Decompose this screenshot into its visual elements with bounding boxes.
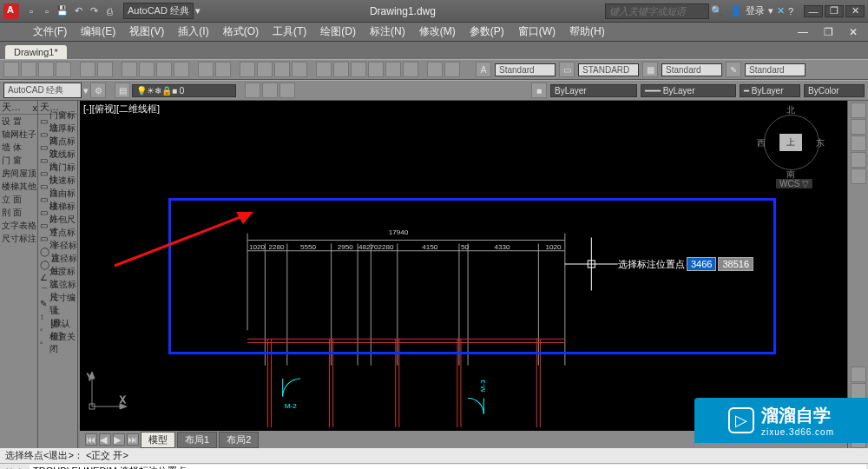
panel1-close-icon[interactable]: x: [33, 102, 38, 113]
tab-layout2[interactable]: 布局2: [219, 432, 259, 448]
layer-match-icon[interactable]: [279, 83, 295, 98]
tb-paste-icon[interactable]: [156, 62, 172, 77]
menu-file[interactable]: 文件(F): [26, 24, 74, 39]
tb-plot-icon[interactable]: [80, 62, 95, 77]
tb-saveas-icon[interactable]: [56, 62, 71, 77]
textstyle-combo[interactable]: Standard: [495, 63, 556, 76]
panel2-item[interactable]: ▫检查关闭: [38, 336, 77, 349]
navbar-showmotion-icon[interactable]: [851, 168, 866, 184]
qat-new-icon[interactable]: ▫: [24, 4, 38, 18]
panel1-item[interactable]: 文字表格: [0, 219, 37, 232]
dyninput-y[interactable]: 38516: [718, 257, 753, 271]
panel1-item[interactable]: 楼梯其他: [0, 180, 37, 193]
panel1-item[interactable]: 立 面: [0, 193, 37, 206]
app-logo[interactable]: [3, 3, 19, 19]
menu-edit[interactable]: 编辑(E): [74, 24, 122, 39]
panel1-item[interactable]: 墙 体: [0, 141, 37, 154]
navbar-extra2-icon[interactable]: [851, 383, 866, 399]
layer-combo[interactable]: 💡☀❄🔒■ 0: [132, 84, 236, 97]
drawing-canvas[interactable]: [-][俯视][二维线框]: [80, 101, 847, 431]
qat-print-icon[interactable]: ⎙: [102, 4, 116, 18]
workspace-selector[interactable]: AutoCAD 经典: [123, 3, 194, 19]
mlstyle-icon[interactable]: ✎: [726, 62, 741, 77]
mlstyle-combo[interactable]: Standard: [745, 63, 806, 76]
tb-zoom-icon[interactable]: [257, 62, 273, 77]
tablestyle-combo[interactable]: Standard: [661, 63, 722, 76]
navbar-zoom-icon[interactable]: [851, 135, 866, 151]
exchange-icon[interactable]: ✕: [777, 5, 785, 17]
ws-gear-icon[interactable]: ⚙: [90, 83, 106, 98]
help-icon[interactable]: ?: [788, 6, 793, 17]
tb-zoomprev-icon[interactable]: [292, 62, 307, 77]
tb-new-icon[interactable]: [3, 62, 19, 77]
command-close-icon[interactable]: ✕: [2, 466, 16, 470]
navbar-extra1-icon[interactable]: [851, 367, 866, 382]
tb-pan-icon[interactable]: [240, 62, 255, 77]
panel1-item[interactable]: 剖 面: [0, 206, 37, 219]
menu-format[interactable]: 格式(O): [216, 24, 266, 39]
menu-help[interactable]: 帮助(H): [562, 24, 612, 39]
tb-save-icon[interactable]: [38, 62, 54, 77]
tb-match-icon[interactable]: [174, 62, 189, 77]
qat-redo-icon[interactable]: ↷: [87, 4, 101, 18]
navbar-orbit-icon[interactable]: [851, 152, 866, 168]
tab-layout1[interactable]: 布局1: [177, 432, 217, 448]
help-search-input[interactable]: [605, 3, 709, 19]
maximize-button[interactable]: ❐: [825, 5, 844, 17]
minimize-button[interactable]: —: [804, 5, 823, 17]
tab-nav-prev-icon[interactable]: ◀: [99, 433, 111, 446]
textstyle-icon[interactable]: A: [476, 62, 491, 77]
tb-ssmgr-icon[interactable]: [368, 62, 384, 77]
menu-tools[interactable]: 工具(T): [266, 24, 313, 39]
tb-cut-icon[interactable]: [122, 62, 137, 77]
tb-copy-icon[interactable]: [139, 62, 155, 77]
file-tab[interactable]: Drawing1*: [5, 45, 67, 59]
tb-markup-icon[interactable]: [385, 62, 401, 77]
view-cube[interactable]: 北 南 西 东 上 WCS ▽: [760, 106, 823, 184]
tb-props-icon[interactable]: [316, 62, 332, 77]
dimstyle-icon[interactable]: ▭: [559, 62, 575, 77]
tb-qcalc-icon[interactable]: [403, 62, 418, 77]
layer-props-icon[interactable]: ▤: [115, 83, 130, 98]
qat-save-icon[interactable]: 💾: [56, 4, 69, 18]
tb-zoomwin-icon[interactable]: [274, 62, 290, 77]
menu-parametric[interactable]: 参数(P): [463, 24, 511, 39]
panel1-item[interactable]: 尺寸标注: [0, 232, 37, 245]
doc-restore-icon[interactable]: ❐: [817, 26, 840, 38]
doc-close-icon[interactable]: ✕: [842, 26, 865, 38]
tb-extra1-icon[interactable]: [427, 62, 443, 77]
plotstyle-combo[interactable]: ByColor: [804, 84, 865, 97]
layer-prev-icon[interactable]: [262, 83, 278, 98]
layer-iso-icon[interactable]: [245, 83, 260, 98]
linetype-combo[interactable]: ━━━ ByLayer: [641, 84, 736, 97]
tablestyle-icon[interactable]: ▦: [642, 62, 658, 77]
menu-draw[interactable]: 绘图(D): [313, 24, 363, 39]
tb-open-icon[interactable]: [21, 62, 36, 77]
tab-model[interactable]: 模型: [141, 432, 175, 448]
panel1-item[interactable]: 门 窗: [0, 154, 37, 167]
tb-extra2-icon[interactable]: [444, 62, 460, 77]
menu-dimension[interactable]: 标注(N): [363, 24, 412, 39]
tb-dc-icon[interactable]: [333, 62, 349, 77]
panel1-item[interactable]: 房间屋顶: [0, 167, 37, 180]
menu-view[interactable]: 视图(V): [122, 24, 171, 39]
close-button[interactable]: ✕: [845, 5, 865, 17]
doc-minimize-icon[interactable]: —: [791, 26, 815, 38]
login-button[interactable]: 登录: [746, 4, 765, 17]
color-icon[interactable]: ■: [531, 83, 547, 98]
tab-nav-next-icon[interactable]: ▶: [113, 433, 125, 446]
tab-nav-last-icon[interactable]: ⏭: [127, 433, 139, 446]
qat-open-icon[interactable]: ▫: [40, 4, 54, 18]
color-combo[interactable]: ByLayer: [550, 84, 637, 97]
panel1-item[interactable]: 设 置: [0, 115, 37, 128]
lineweight-combo[interactable]: ━ ByLayer: [740, 84, 800, 97]
search-icon[interactable]: 🔍: [711, 5, 723, 17]
tab-nav-first-icon[interactable]: ⏮: [85, 433, 97, 446]
menu-modify[interactable]: 修改(M): [412, 24, 463, 39]
menu-window[interactable]: 窗口(W): [511, 24, 562, 39]
navbar-pan-icon[interactable]: [851, 119, 866, 135]
tb-tp-icon[interactable]: [351, 62, 366, 77]
panel1-item[interactable]: 轴网柱子: [0, 128, 37, 141]
dyninput-x[interactable]: 3466: [687, 257, 716, 271]
tb-redo-icon[interactable]: [215, 62, 231, 77]
